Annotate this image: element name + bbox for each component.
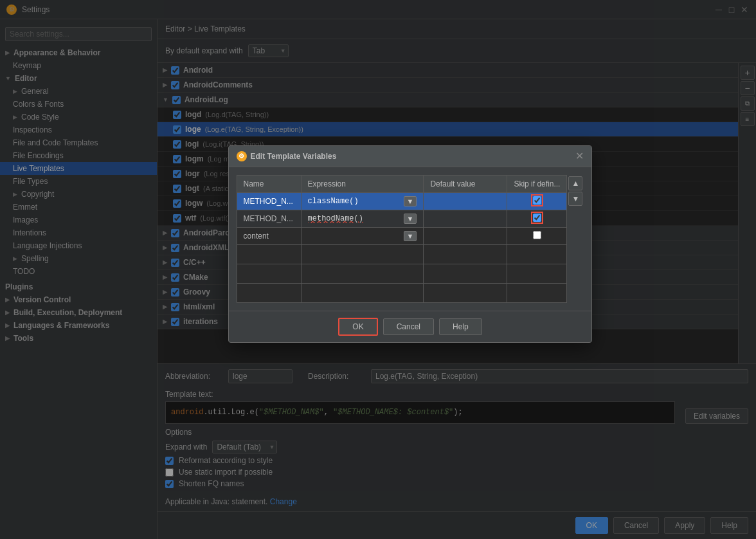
row2-skip-checkbox[interactable] xyxy=(533,214,541,222)
variables-table: Name Expression Default value Skip if de… xyxy=(237,175,568,303)
table-header-row: Name Expression Default value Skip if de… xyxy=(237,175,567,192)
modal-ok-button[interactable]: OK xyxy=(338,318,377,336)
table-row-empty xyxy=(237,244,567,264)
row2-skip xyxy=(507,210,567,227)
edit-template-variables-dialog: ⚙ Edit Template Variables ✕ Name Express… xyxy=(228,145,593,343)
row3-default[interactable] xyxy=(424,227,507,244)
row1-default[interactable] xyxy=(424,192,507,210)
table-row[interactable]: content ▼ xyxy=(237,227,567,244)
modal-overlay: ⚙ Edit Template Variables ✕ Name Express… xyxy=(0,0,756,539)
row3-name: content xyxy=(237,227,301,244)
col-expression: Expression xyxy=(301,175,424,192)
table-row[interactable]: METHOD_N... ▼ xyxy=(237,192,567,210)
modal-cancel-button[interactable]: Cancel xyxy=(383,318,434,335)
modal-title: ⚙ Edit Template Variables xyxy=(237,151,337,161)
modal-side-buttons: ▲ ▼ xyxy=(567,175,584,303)
row3-expression-input[interactable] xyxy=(308,232,401,241)
row2-expression-dropdown[interactable]: ▼ xyxy=(404,214,417,224)
row1-name: METHOD_N... xyxy=(237,192,301,210)
table-row-empty xyxy=(237,283,567,302)
modal-body: Name Expression Default value Skip if de… xyxy=(229,167,592,311)
table-row-empty xyxy=(237,264,567,283)
row1-expression-input[interactable] xyxy=(308,197,401,206)
modal-move-up-button[interactable]: ▲ xyxy=(568,176,582,190)
col-skip: Skip if defin... xyxy=(507,175,567,192)
row2-name: METHOD_N... xyxy=(237,210,301,227)
row2-expression[interactable]: ▼ xyxy=(301,210,424,227)
row1-expression[interactable]: ▼ xyxy=(301,192,424,210)
modal-table-wrapper: Name Expression Default value Skip if de… xyxy=(237,175,584,303)
modal-title-icon: ⚙ xyxy=(237,151,247,161)
modal-title-text: Edit Template Variables xyxy=(251,152,337,161)
row3-skip-checkbox[interactable] xyxy=(533,231,541,239)
modal-help-button[interactable]: Help xyxy=(439,318,482,335)
col-default-value: Default value xyxy=(424,175,507,192)
modal-move-down-button[interactable]: ▼ xyxy=(568,192,582,206)
modal-close-button[interactable]: ✕ xyxy=(575,151,584,161)
modal-header: ⚙ Edit Template Variables ✕ xyxy=(229,146,592,167)
row1-skip-checkbox[interactable] xyxy=(533,196,541,205)
table-row[interactable]: METHOD_N... ▼ xyxy=(237,210,567,227)
row3-expression[interactable]: ▼ xyxy=(301,227,424,244)
row3-skip xyxy=(507,227,567,244)
row1-skip xyxy=(507,192,567,210)
row2-default[interactable] xyxy=(424,210,507,227)
col-name: Name xyxy=(237,175,301,192)
modal-footer: OK Cancel Help xyxy=(229,311,592,342)
row3-expression-dropdown[interactable]: ▼ xyxy=(404,231,417,241)
row1-expression-dropdown[interactable]: ▼ xyxy=(404,196,417,206)
modal-table-container: Name Expression Default value Skip if de… xyxy=(237,175,568,303)
row2-expression-input[interactable] xyxy=(308,214,401,223)
